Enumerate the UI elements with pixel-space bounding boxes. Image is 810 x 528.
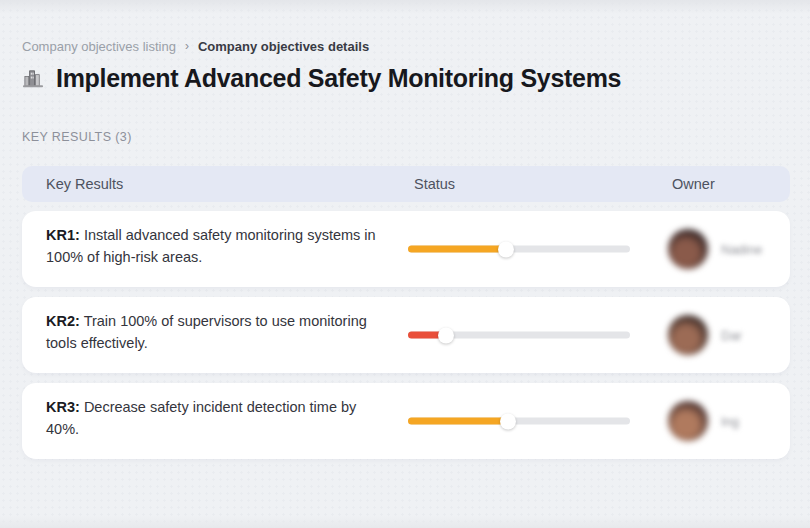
progress-slider[interactable]: [408, 332, 630, 339]
owner-cell: Dar: [668, 315, 742, 355]
kr-text: Train 100% of supervisors to use monitor…: [46, 313, 367, 351]
owner-cell: Nadine: [668, 229, 762, 269]
progress-fill: [408, 246, 506, 253]
avatar: [668, 315, 708, 355]
column-header-owner: Owner: [672, 176, 715, 192]
owner-cell: Ing: [668, 401, 739, 441]
avatar: [668, 229, 708, 269]
avatar: [668, 401, 708, 441]
kr-description: KR3: Decrease safety incident detection …: [46, 397, 381, 440]
breadcrumb: Company objectives listing › Company obj…: [22, 39, 369, 54]
owner-name: Nadine: [721, 242, 762, 257]
progress-slider[interactable]: [408, 246, 630, 253]
kr-label: KR3:: [46, 399, 80, 415]
kr-description: KR2: Train 100% of supervisors to use mo…: [46, 311, 381, 354]
progress-thumb[interactable]: [498, 241, 514, 257]
chevron-right-icon: ›: [185, 39, 189, 53]
progress-slider[interactable]: [408, 418, 630, 425]
progress-fill: [408, 418, 508, 425]
table-row[interactable]: KR1: Install advanced safety monitoring …: [22, 211, 790, 287]
kr-label: KR2:: [46, 313, 80, 329]
key-results-section-label: KEY RESULTS (3): [22, 130, 132, 144]
owner-name: Dar: [721, 328, 742, 343]
kr-text: Decrease safety incident detection time …: [46, 399, 356, 437]
kr-description: KR1: Install advanced safety monitoring …: [46, 225, 381, 268]
title-row: Implement Advanced Safety Monitoring Sys…: [22, 64, 621, 93]
page-title: Implement Advanced Safety Monitoring Sys…: [56, 64, 621, 93]
kr-label: KR1:: [46, 227, 80, 243]
table-header: Key Results Status Owner: [22, 166, 790, 202]
bottom-edge-shade: [0, 516, 810, 528]
table-row[interactable]: KR3: Decrease safety incident detection …: [22, 383, 790, 459]
column-header-status: Status: [414, 176, 455, 192]
buildings-icon: [22, 67, 45, 90]
column-header-key-results: Key Results: [46, 176, 123, 192]
top-edge-shade: [0, 0, 810, 14]
owner-name: Ing: [721, 414, 739, 429]
table-row[interactable]: KR2: Train 100% of supervisors to use mo…: [22, 297, 790, 373]
breadcrumb-listing-link[interactable]: Company objectives listing: [22, 39, 176, 54]
page: Company objectives listing › Company obj…: [0, 0, 810, 528]
kr-text: Install advanced safety monitoring syste…: [46, 227, 376, 265]
progress-thumb[interactable]: [438, 327, 454, 343]
breadcrumb-details-current: Company objectives details: [198, 39, 369, 54]
progress-thumb[interactable]: [500, 413, 516, 429]
